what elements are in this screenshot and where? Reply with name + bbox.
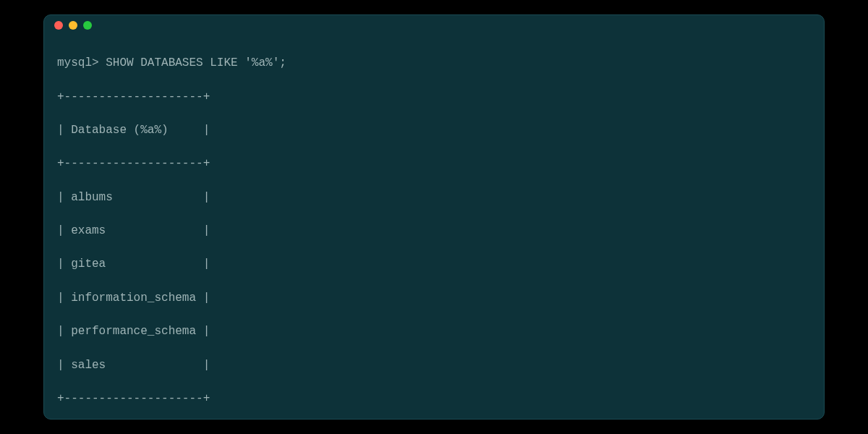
table-row: | gitea |	[57, 256, 811, 273]
maximize-icon[interactable]	[83, 21, 92, 30]
table-header: | Database (%a%) |	[57, 122, 811, 139]
minimize-icon[interactable]	[69, 21, 77, 30]
table-separator: +--------------------+	[57, 89, 811, 106]
terminal-window: mysql> SHOW DATABASES LIKE '%a%'; +-----…	[43, 14, 825, 420]
table-row: | albums |	[57, 190, 811, 206]
table-row: | performance_schema |	[57, 323, 811, 340]
table-row: | sales |	[57, 357, 811, 374]
command-line: mysql> SHOW DATABASES LIKE '%a%';	[57, 55, 811, 72]
table-row: | information_schema |	[57, 290, 811, 307]
table-row: | exams |	[57, 223, 811, 239]
terminal-body[interactable]: mysql> SHOW DATABASES LIKE '%a%'; +-----…	[44, 35, 824, 419]
close-icon[interactable]	[54, 21, 63, 30]
table-separator: +--------------------+	[57, 391, 811, 407]
table-separator: +--------------------+	[57, 156, 811, 172]
window-titlebar	[44, 15, 824, 35]
